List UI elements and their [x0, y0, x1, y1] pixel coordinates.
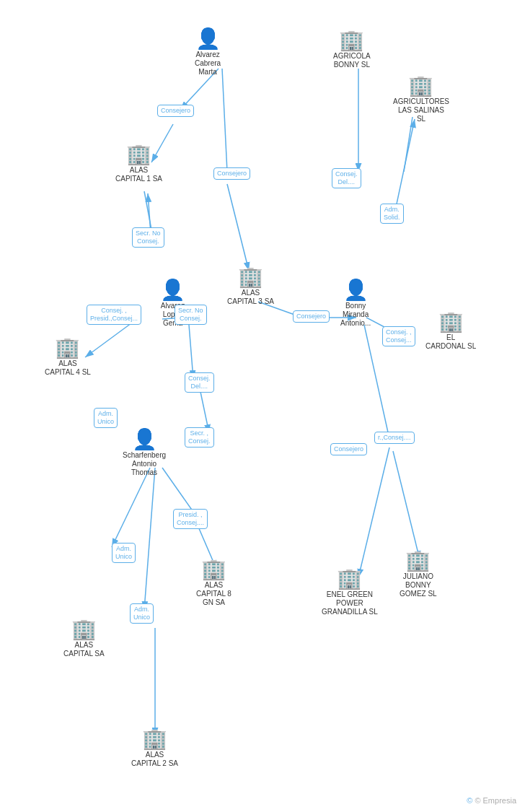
node-label: ALAS CAPITAL 3 SA	[227, 289, 274, 306]
diagram-canvas: 🏢 ALAS CAPITAL 3 SA 👤 Alvarez Cabrera Ma…	[0, 0, 525, 812]
building-icon: 🏢	[438, 312, 464, 332]
svg-line-12	[144, 468, 155, 610]
badge-consej-r-consej[interactable]: r.,Consej....	[374, 432, 415, 444]
building-icon: 🏢	[126, 144, 151, 165]
node-alas-capital-1[interactable]: 🏢 ALAS CAPITAL 1 SA	[115, 144, 162, 183]
badge-consejero-2[interactable]: Consejero	[213, 167, 250, 180]
watermark: © © Empresia	[467, 796, 516, 805]
node-label: ALAS CAPITAL 1 SA	[115, 166, 162, 183]
badge-consej-del-2[interactable]: Consej.Del....	[332, 168, 361, 188]
badge-secr-consej[interactable]: Secr. ,Consej.	[185, 427, 214, 448]
badge-consejero-1[interactable]: Consejero	[157, 105, 194, 117]
building-icon: 🏢	[201, 559, 226, 580]
badge-consejero-3[interactable]: Consejero	[293, 310, 330, 323]
node-el-cardonal[interactable]: 🏢 EL CARDONAL SL	[425, 312, 476, 351]
building-icon: 🏢	[337, 569, 362, 589]
person-icon: 👤	[160, 280, 185, 300]
badge-consej-del-1[interactable]: Consej.Del....	[185, 372, 214, 393]
svg-line-8	[85, 319, 137, 357]
person-icon: 👤	[195, 29, 221, 49]
building-icon: 🏢	[339, 30, 364, 51]
node-scharfenberg[interactable]: 👤 Scharfenberg Antonio Thomas	[123, 429, 166, 477]
badge-adm-unico-1[interactable]: Adm.Unico	[94, 408, 118, 428]
node-label: ENEL GREEN POWER GRANADILLA SL	[322, 590, 378, 616]
node-label: AGRICULTORES LAS SALINAS SL	[393, 97, 449, 123]
node-label: ALAS CAPITAL 8 GN SA	[196, 581, 231, 607]
building-icon: 🏢	[405, 551, 431, 571]
badge-presid-consej[interactable]: Presid. ,Consej....	[173, 509, 208, 529]
building-icon: 🏢	[71, 619, 97, 639]
svg-line-23	[393, 451, 420, 559]
badge-secr-no-consej-2[interactable]: Secr. NoConsej.	[175, 305, 207, 325]
node-label: EL CARDONAL SL	[425, 333, 476, 351]
person-icon: 👤	[343, 280, 369, 300]
badge-adm-unico-2[interactable]: Adm.Unico	[112, 543, 136, 563]
node-label: Alvarez Cabrera Marta	[195, 51, 221, 77]
svg-line-3	[222, 69, 227, 172]
node-juliano-bonny[interactable]: 🏢 JULIANO BONNY GOMEZ SL	[400, 551, 437, 598]
node-alvarez-cabrera[interactable]: 👤 Alvarez Cabrera Marta	[195, 29, 221, 77]
node-alas-capital-3[interactable]: 🏢 ALAS CAPITAL 3 SA	[227, 267, 274, 306]
svg-line-9	[189, 325, 193, 379]
node-alas-capital-8gn[interactable]: 🏢 ALAS CAPITAL 8 GN SA	[196, 559, 231, 607]
node-enel-green[interactable]: 🏢 ENEL GREEN POWER GRANADILLA SL	[322, 569, 378, 616]
badge-consej-presid[interactable]: Consej. ,Presid.,Consej...	[87, 305, 141, 325]
node-label: ALAS CAPITAL 4 SL	[45, 359, 91, 377]
badge-consejero-4[interactable]: Consejero	[330, 443, 367, 455]
node-label: ALAS CAPITAL 2 SA	[131, 751, 178, 768]
node-alas-capital-2[interactable]: 🏢 ALAS CAPITAL 2 SA	[131, 729, 178, 768]
svg-line-11	[112, 468, 150, 547]
node-agricola-bonny[interactable]: 🏢 AGRICOLA BONNY SL	[333, 30, 371, 69]
watermark-text: © Empresia	[475, 796, 516, 805]
badge-consej-consej[interactable]: Consej. ,Consej...	[382, 326, 415, 346]
node-alas-capital-4[interactable]: 🏢 ALAS CAPITAL 4 SL	[45, 338, 91, 377]
person-icon: 👤	[132, 429, 157, 450]
svg-line-13	[162, 468, 195, 514]
node-label: ALAS CAPITAL SA	[63, 641, 105, 658]
badge-secr-no-consej-1[interactable]: Secr. NoConsej.	[132, 227, 164, 248]
svg-line-22	[358, 448, 389, 577]
copyright-symbol: ©	[467, 796, 472, 805]
svg-line-5	[144, 191, 151, 230]
node-agricultores-salinas[interactable]: 🏢 AGRICULTORES LAS SALINAS SL	[393, 76, 449, 123]
svg-line-17	[404, 117, 412, 172]
building-icon: 🏢	[238, 267, 263, 287]
node-label: Scharfenberg Antonio Thomas	[123, 451, 166, 477]
node-bonny-miranda[interactable]: 👤 Bonny Miranda Antonio...	[340, 280, 371, 328]
building-icon: 🏢	[408, 76, 433, 96]
node-label: AGRICOLA BONNY SL	[333, 52, 371, 69]
svg-line-4	[227, 184, 249, 271]
node-alas-capital-sa[interactable]: 🏢 ALAS CAPITAL SA	[63, 619, 105, 658]
node-label: Bonny Miranda Antonio...	[340, 302, 371, 328]
node-label: JULIANO BONNY GOMEZ SL	[400, 572, 437, 598]
badge-adm-unico-3[interactable]: Adm.Unico	[130, 603, 154, 624]
badge-adm-solid[interactable]: Adm.Solid.	[380, 204, 404, 224]
building-icon: 🏢	[142, 729, 167, 749]
building-icon: 🏢	[55, 338, 80, 358]
